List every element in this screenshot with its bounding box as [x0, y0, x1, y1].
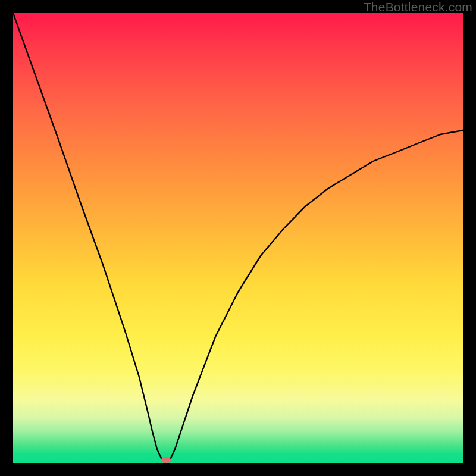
watermark-text: TheBottleneck.com — [364, 0, 472, 14]
bottleneck-curve — [13, 13, 463, 463]
curve-path — [13, 13, 463, 463]
chart-frame — [13, 13, 463, 463]
optimum-marker — [161, 457, 171, 463]
